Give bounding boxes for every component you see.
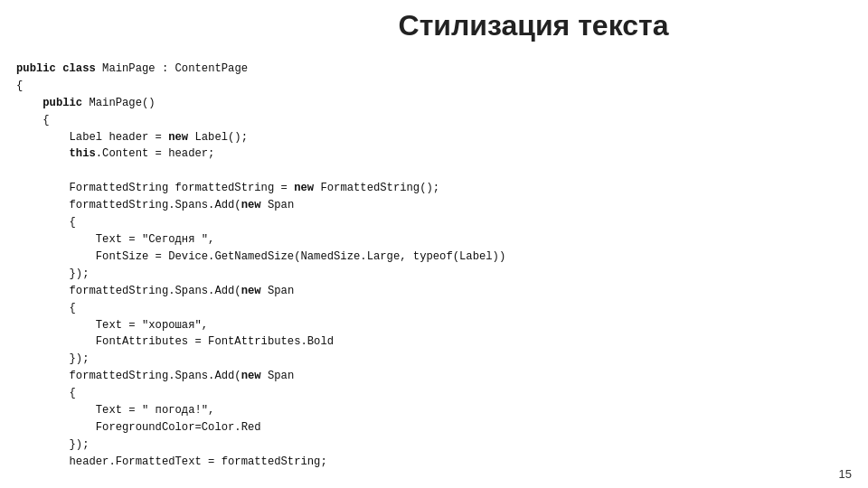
page-number: 15 [839, 467, 852, 481]
code-line-25 [16, 473, 23, 485]
code-line-22: ForegroundColor=Color.Red [16, 421, 261, 434]
code-line-19: formattedString.Spans.Add(new Span [16, 370, 294, 382]
code-line-9: formattedString.Spans.Add(new Span [16, 199, 294, 211]
code-line-4: { [16, 114, 50, 127]
code-line-8: FormattedString formattedString = new Fo… [16, 182, 439, 194]
code-line-15: { [16, 302, 76, 314]
code-line-3: public MainPage() [16, 97, 156, 109]
code-line-1: public class MainPage : ContentPage [16, 62, 248, 75]
code-line-20: { [16, 387, 76, 399]
code-line-24: header.FormattedText = formattedString; [16, 455, 327, 468]
code-line-2: { [16, 80, 23, 92]
code-line-16: Text = "хорошая", [16, 319, 208, 332]
code-line-23: }); [16, 438, 89, 451]
code-line-12: FontSize = Device.GetNamedSize(NamedSize… [16, 250, 505, 263]
code-line-18: }); [16, 352, 89, 365]
code-line-11: Text = "Сегодня ", [16, 233, 214, 246]
code-block: public class MainPage : ContentPage { pu… [16, 43, 852, 466]
code-line-5: Label header = new Label(); [16, 131, 248, 144]
code-line-7 [16, 164, 23, 177]
code-line-13: }); [16, 267, 89, 280]
code-line-17: FontAttributes = FontAttributes.Bold [16, 335, 334, 348]
page-title: Стилизация текста [217, 9, 850, 42]
code-line-10: { [16, 216, 76, 229]
code-line-6: this.Content = header; [16, 147, 214, 160]
code-line-21: Text = " погода!", [16, 404, 214, 417]
code-line-14: formattedString.Spans.Add(new Span [16, 285, 294, 297]
